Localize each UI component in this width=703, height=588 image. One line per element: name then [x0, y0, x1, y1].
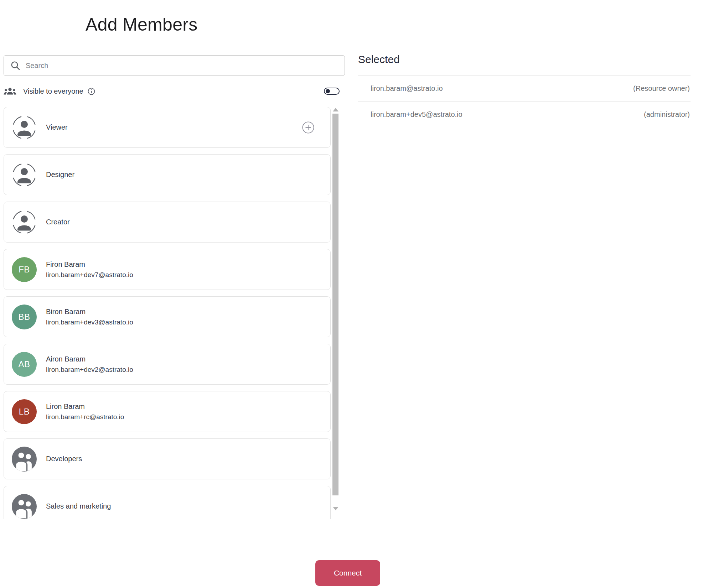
member-label: Sales and marketing [46, 502, 111, 510]
scroll-down-icon[interactable] [333, 507, 338, 510]
avatar: BB [12, 305, 37, 329]
scroll-up-icon[interactable] [333, 108, 338, 111]
selected-email: liron.baram+dev5@astrato.io [371, 110, 462, 119]
avatar: LB [12, 399, 37, 424]
selected-row[interactable]: liron.baram+dev5@astrato.io(administrato… [358, 102, 691, 128]
member-card-biron-baram[interactable]: BBBiron Baramliron.baram+dev3@astrato.io [4, 296, 331, 337]
plus-circle-icon [302, 121, 314, 134]
selected-heading: Selected [358, 53, 691, 66]
member-card-creator[interactable]: Creator [4, 202, 331, 243]
page-title: Add Members [86, 14, 198, 35]
selected-panel: Selected liron.baram@astrato.io(Resource… [358, 50, 691, 128]
member-email: liron.baram+dev7@astrato.io [46, 271, 133, 279]
member-texts: Biron Baramliron.baram+dev3@astrato.io [46, 308, 133, 326]
role-person-icon [12, 210, 37, 235]
member-texts: Liron Baramliron.baram+rc@astrato.io [46, 402, 124, 421]
visibility-label: Visible to everyone [23, 87, 83, 95]
search-box[interactable] [4, 55, 345, 76]
avatar: FB [12, 257, 37, 282]
member-card-designer[interactable]: Designer [4, 154, 331, 195]
member-card-viewer[interactable]: Viewer [4, 107, 331, 148]
selected-list: liron.baram@astrato.io(Resource owner)li… [358, 75, 691, 128]
avatar: AB [12, 352, 37, 377]
role-person-icon [12, 162, 37, 187]
member-card-liron-baram[interactable]: LBLiron Baramliron.baram+rc@astrato.io [4, 391, 331, 432]
scrollbar [332, 105, 340, 519]
scrollbar-thumb[interactable] [332, 114, 338, 495]
visibility-row: Visible to everyone [4, 85, 341, 97]
selected-role: (Resource owner) [633, 84, 690, 93]
member-label: Developers [46, 455, 82, 463]
member-texts: Airon Baramliron.baram+dev2@astrato.io [46, 355, 133, 374]
connect-button[interactable]: Connect [315, 560, 380, 586]
search-input[interactable] [26, 56, 345, 76]
groups-icon [4, 87, 16, 96]
add-members-dialog: Add Members Visible to everyon [0, 0, 703, 588]
selected-row[interactable]: liron.baram@astrato.io(Resource owner) [358, 76, 691, 102]
member-card-airon-baram[interactable]: ABAiron Baramliron.baram+dev2@astrato.io [4, 344, 331, 385]
member-name: Liron Baram [46, 402, 124, 411]
member-card-developers[interactable]: Developers [4, 438, 331, 479]
member-texts: Firon Baramliron.baram+dev7@astrato.io [46, 260, 133, 279]
search-icon [10, 60, 21, 71]
member-name: Airon Baram [46, 355, 133, 363]
member-email: liron.baram+dev2@astrato.io [46, 366, 133, 374]
group-people-icon [12, 447, 37, 472]
member-email: liron.baram+dev3@astrato.io [46, 318, 133, 326]
member-list: ViewerDesignerCreatorFBFiron Baramliron.… [4, 105, 343, 519]
member-label: Viewer [46, 123, 68, 131]
role-person-icon [12, 115, 37, 140]
member-name: Biron Baram [46, 308, 133, 316]
member-email: liron.baram+rc@astrato.io [46, 413, 124, 421]
member-card-firon-baram[interactable]: FBFiron Baramliron.baram+dev7@astrato.io [4, 249, 331, 290]
member-name: Firon Baram [46, 260, 133, 269]
group-people-icon [12, 494, 37, 519]
selected-role: (administrator) [644, 110, 690, 119]
info-icon[interactable] [88, 88, 95, 95]
member-label: Creator [46, 218, 70, 226]
visibility-toggle[interactable] [324, 88, 340, 95]
member-card-sales-and-marketing[interactable]: Sales and marketing [4, 486, 331, 519]
member-label: Designer [46, 171, 74, 179]
add-member-button[interactable] [302, 121, 314, 134]
selected-email: liron.baram@astrato.io [371, 84, 443, 93]
